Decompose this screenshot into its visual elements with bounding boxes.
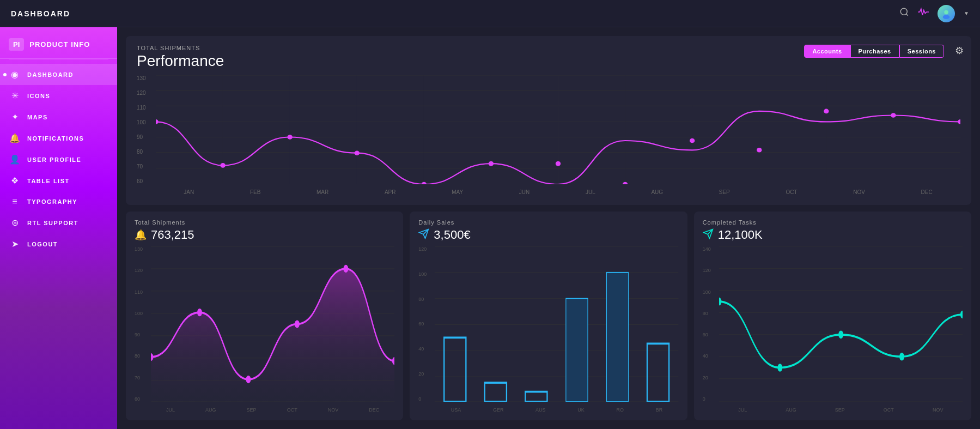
x-label: NOV	[853, 189, 865, 195]
card3-value: 12,100K	[718, 228, 763, 242]
sidebar-item-user-profile[interactable]: 👤USER PROFILE	[0, 149, 117, 170]
svg-rect-62	[647, 343, 669, 402]
svg-point-30	[623, 182, 628, 184]
card3-y-labels: 140 120 100 80 60 40 20 0	[703, 246, 718, 402]
svg-point-46	[246, 376, 251, 383]
nav-icons: ▼	[899, 5, 969, 22]
svg-point-26	[355, 150, 360, 155]
pulse-icon[interactable]	[918, 7, 929, 20]
svg-point-25	[287, 135, 292, 140]
svg-point-35	[958, 119, 960, 124]
card1-y-labels: 130 120 110 100 90 80 70 60	[135, 246, 150, 402]
x-label: JUL	[586, 189, 595, 195]
card2-chart-area: 120 100 80 60 40 20 0	[418, 246, 678, 413]
card-completed-tasks: Completed Tasks 12,100K 140 120 100	[694, 212, 971, 420]
svg-rect-58	[485, 383, 507, 402]
settings-icon[interactable]: ⚙	[955, 45, 964, 57]
card2-x-labels: USA GER AUS UK RO BR	[435, 407, 678, 413]
card1-value: 763,215	[151, 228, 194, 242]
sidebar-item-table-list[interactable]: ❖TABLE LIST	[0, 170, 117, 191]
x-label: AUG	[651, 189, 663, 195]
sidebar-item-dashboard[interactable]: ◉DASHBOARD	[0, 64, 117, 85]
card3-chart	[719, 246, 963, 402]
svg-point-0	[900, 8, 907, 15]
top-chart-area: 130 120 110 100 90 80 70 60	[137, 75, 960, 195]
card2-value-row: 3,500€	[418, 228, 678, 242]
card1-icon: 🔔	[135, 229, 147, 241]
search-icon[interactable]	[899, 7, 909, 20]
card2-value: 3,500€	[434, 228, 470, 242]
x-label: JUN	[519, 189, 529, 195]
card1-x-labels: JUL AUG SEP OCT NOV DEC	[151, 407, 394, 413]
card2-icon	[418, 228, 429, 242]
main-layout: PI PRODUCT INFO ◉DASHBOARD✳ICONS✦MAPS🔔NO…	[0, 27, 980, 429]
card-daily-sales: Daily Sales 3,500€ 120 100 80 60	[410, 212, 687, 420]
x-label: SEP	[719, 189, 730, 195]
user-profile-icon: 👤	[9, 154, 21, 165]
y-label: 80	[137, 149, 153, 155]
y-label: 110	[137, 105, 153, 111]
top-chart-x-labels: JAN FEB MAR APR MAY JUN JUL AUG SEP OCT …	[156, 189, 960, 195]
card2-y-labels: 120 100 80 60 40 20 0	[418, 246, 434, 402]
tab-sessions[interactable]: Sessions	[899, 45, 944, 58]
svg-rect-57	[445, 337, 466, 402]
x-label: JAN	[184, 189, 194, 195]
sidebar-item-notifications[interactable]: 🔔NOTIFICATIONS	[0, 128, 117, 149]
table-list-label: TABLE LIST	[27, 178, 70, 184]
tab-buttons: Accounts Purchases Sessions	[804, 45, 944, 58]
maps-label: MAPS	[27, 114, 48, 120]
svg-point-47	[295, 320, 300, 328]
logout-icon: ➤	[9, 239, 21, 249]
notifications-label: NOTIFICATIONS	[27, 135, 84, 142]
card1-chart-area: 130 120 110 100 90 80 70 60	[135, 246, 394, 413]
icons-label: ICONS	[27, 93, 50, 99]
svg-point-2	[944, 10, 948, 14]
svg-rect-61	[607, 273, 629, 402]
card3-x-labels: JUL AUG SEP OCT NOV	[719, 407, 963, 413]
svg-line-1	[906, 14, 908, 15]
sidebar-items: ◉DASHBOARD✳ICONS✦MAPS🔔NOTIFICATIONS👤USER…	[0, 59, 117, 429]
svg-point-48	[343, 265, 348, 273]
svg-point-34	[891, 113, 896, 118]
top-navigation: DASHBOARD ▼	[0, 0, 980, 27]
svg-point-23	[156, 119, 159, 124]
card3-subtitle: Completed Tasks	[703, 219, 963, 226]
main-content: Total Shipments Performance Accounts Pur…	[117, 27, 980, 429]
avatar-dropdown-icon[interactable]: ▼	[964, 10, 969, 16]
svg-point-29	[556, 161, 561, 166]
user-avatar[interactable]	[938, 5, 955, 22]
card1-subtitle: Total Shipments	[135, 219, 394, 226]
sidebar-item-typography[interactable]: ≡TYPOGRAPHY	[0, 191, 117, 212]
svg-point-75	[960, 311, 963, 319]
svg-point-27	[422, 182, 427, 184]
svg-rect-60	[566, 299, 588, 402]
notifications-icon: 🔔	[9, 133, 21, 143]
sidebar-item-logout[interactable]: ➤LOGOUT	[0, 233, 117, 255]
svg-point-31	[690, 138, 695, 143]
card3-icon	[703, 228, 714, 242]
sidebar-item-maps[interactable]: ✦MAPS	[0, 106, 117, 128]
x-label: DEC	[921, 189, 933, 195]
card-total-shipments: Total Shipments 🔔 763,215 130 120 110 10…	[126, 212, 403, 420]
y-label: 100	[137, 119, 153, 125]
svg-point-45	[197, 309, 202, 316]
tab-purchases[interactable]: Purchases	[850, 45, 899, 58]
top-chart-y-labels: 130 120 110 100 90 80 70 60	[137, 75, 153, 184]
icons-icon: ✳	[9, 90, 21, 101]
tab-accounts[interactable]: Accounts	[804, 45, 850, 58]
svg-rect-59	[526, 392, 547, 402]
sidebar-item-icons[interactable]: ✳ICONS	[0, 85, 117, 106]
brand-badge: PI	[9, 38, 24, 51]
dashboard-label: DASHBOARD	[27, 71, 74, 78]
app-title: DASHBOARD	[11, 9, 70, 18]
x-label: FEB	[250, 189, 260, 195]
y-label: 120	[137, 90, 153, 96]
y-label: 90	[137, 134, 153, 140]
sidebar-item-rtl-support[interactable]: ⊛RTL SUPPORT	[0, 212, 117, 233]
typography-icon: ≡	[9, 197, 21, 207]
active-dot	[3, 73, 7, 76]
y-label: 70	[137, 164, 153, 170]
card2-chart	[435, 246, 678, 402]
svg-point-28	[489, 161, 494, 166]
top-line-chart	[156, 75, 960, 184]
